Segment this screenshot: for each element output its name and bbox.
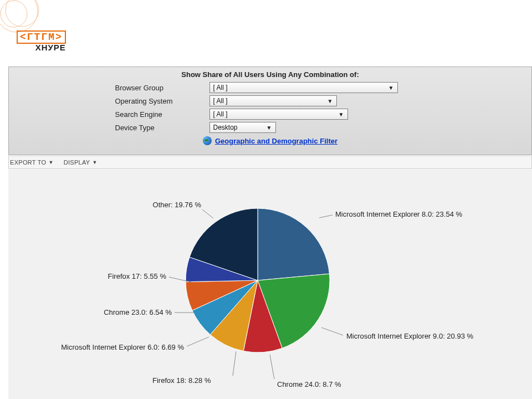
- label-chrome23: Chrome 23.0: 6.54 %: [104, 308, 172, 316]
- filter-row-operating-system: Operating System [ All ] ▼: [115, 95, 426, 106]
- pie-slice[interactable]: [258, 208, 329, 280]
- logo-line1: <ГТГМ>: [17, 30, 66, 44]
- filter-label-search-engine: Search Engine: [115, 110, 209, 119]
- label-other: Other: 19.76 %: [153, 201, 202, 209]
- export-to-label: EXPORT TO: [10, 159, 46, 166]
- leader-ie9: [321, 328, 343, 335]
- display-button[interactable]: DISPLAY ▼: [64, 159, 98, 166]
- label-firefox18: Firefox 18: 8.28 %: [152, 376, 211, 385]
- label-ie6: Microsoft Internet Explorer 6.0: 6.69 %: [61, 343, 184, 351]
- leader-ie6: [187, 337, 209, 346]
- chevron-down-icon: ▼: [388, 85, 394, 91]
- label-ie8: Microsoft Internet Explorer 8.0: 23.54 %: [335, 210, 462, 218]
- toolbar: EXPORT TO ▼ DISPLAY ▼: [8, 156, 532, 169]
- chevron-down-icon: ▼: [328, 98, 333, 104]
- filter-row-device-type: Device Type Desktop ▼: [115, 122, 426, 133]
- export-to-button[interactable]: EXPORT TO ▼: [10, 159, 54, 166]
- device-type-select-value: Desktop: [213, 124, 238, 131]
- filter-row-search-engine: Search Engine [ All ] ▼: [115, 109, 426, 120]
- chevron-down-icon: ▼: [339, 111, 344, 117]
- pie-chart: Microsoft Internet Explorer 8.0: 23.54 %…: [8, 170, 532, 399]
- filter-row-browser-group: Browser Group [ All ] ▼: [115, 82, 426, 93]
- display-label: DISPLAY: [64, 159, 90, 166]
- svg-point-1: [6, 0, 39, 27]
- svg-point-0: [0, 0, 38, 32]
- chevron-down-icon: ▼: [92, 160, 97, 165]
- filter-label-operating-system: Operating System: [115, 97, 209, 105]
- leader-chrome24: [270, 355, 274, 379]
- search-engine-select[interactable]: [ All ] ▼: [209, 109, 348, 120]
- chevron-down-icon: ▼: [267, 125, 272, 131]
- geo-filter-row: Geographic and Demographic Filter: [9, 136, 531, 145]
- logo-line2: ХНУРЕ: [17, 43, 66, 52]
- filter-label-device-type: Device Type: [115, 124, 209, 132]
- device-type-select[interactable]: Desktop ▼: [209, 122, 276, 133]
- label-firefox17: Firefox 17: 5.55 %: [108, 272, 167, 280]
- filter-panel: Show Share of All Users Using Any Combin…: [8, 66, 532, 155]
- filter-rows: Browser Group [ All ] ▼ Operating System…: [9, 82, 531, 133]
- leader-ie8: [319, 215, 332, 218]
- leader-other: [202, 209, 213, 218]
- browser-group-select-value: [ All ]: [213, 84, 228, 91]
- svg-point-2: [1, 1, 27, 27]
- logo-area: <ГТГМ> ХНУРЕ: [0, 0, 532, 61]
- filter-label-browser-group: Browser Group: [115, 84, 209, 92]
- operating-system-select-value: [ All ]: [213, 97, 228, 105]
- search-engine-select-value: [ All ]: [213, 110, 228, 118]
- chevron-down-icon: ▼: [48, 160, 53, 165]
- logo-text: <ГТГМ> ХНУРЕ: [17, 30, 66, 52]
- browser-group-select[interactable]: [ All ] ▼: [209, 82, 398, 93]
- filter-panel-title: Show Share of All Users Using Any Combin…: [9, 67, 531, 82]
- leader-firefox18: [233, 351, 236, 376]
- globe-icon: [203, 136, 212, 145]
- label-ie9: Microsoft Internet Explorer 9.0: 20.93 %: [346, 332, 473, 340]
- operating-system-select[interactable]: [ All ] ▼: [209, 95, 337, 106]
- geo-demographic-filter-link[interactable]: Geographic and Demographic Filter: [215, 137, 337, 145]
- label-chrome24: Chrome 24.0: 8.7 %: [277, 380, 341, 388]
- chart-area: Microsoft Internet Explorer 8.0: 23.54 %…: [8, 170, 532, 399]
